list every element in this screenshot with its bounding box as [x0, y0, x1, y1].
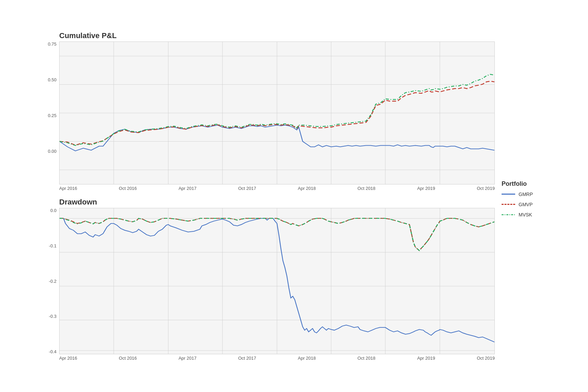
- x-label: Oct 2016: [119, 356, 137, 361]
- charts-area: Cumulative P&L 0.75 0.50 0.25 0.00: [39, 31, 495, 361]
- y-label: -0.4: [49, 349, 56, 354]
- cumulative-pnl-chart: Cumulative P&L 0.75 0.50 0.25 0.00: [39, 31, 495, 191]
- chart1-svg: [59, 42, 495, 184]
- y-label: 0.75: [48, 42, 56, 47]
- drawdown-chart: Drawdown 0.0 -0.1 -0.2 -0.3 -0.4: [39, 198, 495, 361]
- x-label: Oct 2018: [358, 356, 376, 361]
- legend-title: Portfolio: [502, 180, 549, 187]
- x-label: Apr 2018: [298, 186, 316, 191]
- y-label: 0.25: [48, 113, 56, 118]
- x-label: Apr 2017: [179, 356, 197, 361]
- mvsk-legend-line: [502, 214, 515, 216]
- x-label: Apr 2018: [298, 356, 316, 361]
- legend-label-gmvp: GMVP: [519, 202, 533, 207]
- y-label: 0.50: [48, 77, 56, 82]
- chart-container: Cumulative P&L 0.75 0.50 0.25 0.00: [39, 31, 549, 361]
- x-label: Apr 2016: [59, 356, 77, 361]
- legend: Portfolio GMRP GMVP MVSK: [495, 31, 549, 361]
- x-label: Oct 2018: [358, 186, 376, 191]
- legend-item-mvsk: MVSK: [502, 212, 549, 217]
- x-label: Apr 2019: [417, 186, 435, 191]
- x-label: Oct 2019: [477, 186, 495, 191]
- chart1-y-axis: 0.75 0.50 0.25 0.00: [39, 42, 59, 184]
- chart2-x-axis: Apr 2016 Oct 2016 Apr 2017 Oct 2017 Apr …: [39, 356, 495, 361]
- x-label: Oct 2016: [119, 186, 137, 191]
- x-label: Apr 2017: [179, 186, 197, 191]
- gmrp-legend-line: [502, 194, 515, 195]
- legend-item-gmrp: GMRP: [502, 192, 549, 197]
- legend-label-gmrp: GMRP: [519, 192, 533, 197]
- gmvp-legend-line: [502, 204, 515, 205]
- x-label: Apr 2016: [59, 186, 77, 191]
- y-label: -0.1: [49, 243, 56, 248]
- chart2-title: Drawdown: [39, 198, 495, 207]
- y-label: -0.3: [49, 314, 56, 319]
- y-label: 0.0: [50, 208, 56, 213]
- chart1-body: 0.75 0.50 0.25 0.00: [39, 42, 495, 184]
- y-label: -0.2: [49, 279, 56, 284]
- legend-item-gmvp: GMVP: [502, 202, 549, 207]
- x-label: Oct 2019: [477, 356, 495, 361]
- chart2-body: 0.0 -0.1 -0.2 -0.3 -0.4: [39, 208, 495, 354]
- chart1-x-axis: Apr 2016 Oct 2016 Apr 2017 Oct 2017 Apr …: [39, 186, 495, 191]
- x-label: Apr 2019: [417, 356, 435, 361]
- chart1-title: Cumulative P&L: [39, 31, 495, 40]
- chart2-svg: [59, 208, 495, 354]
- x-label: Oct 2017: [238, 356, 256, 361]
- x-label: Oct 2017: [238, 186, 256, 191]
- chart2-y-axis: 0.0 -0.1 -0.2 -0.3 -0.4: [39, 208, 59, 354]
- legend-label-mvsk: MVSK: [519, 212, 532, 217]
- y-label: 0.00: [48, 149, 56, 154]
